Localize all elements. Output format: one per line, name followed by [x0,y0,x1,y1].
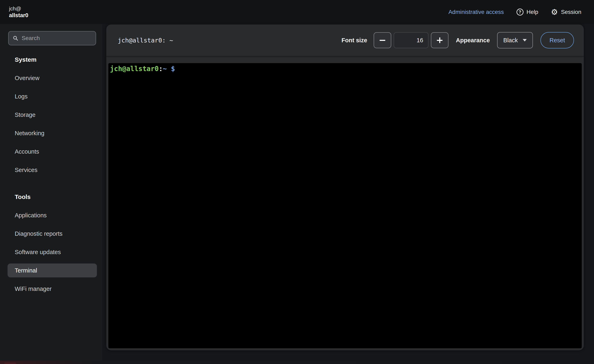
prompt-path: ~ [163,65,167,73]
help-icon: ? [517,9,523,15]
theme-dropdown-value: Black [503,37,518,44]
main-content: jch@allstar0: ~ Font size Appearance Bla… [102,24,594,364]
bottom-red-sliver [5,363,16,364]
minus-icon [380,40,385,41]
plus-icon [437,37,443,43]
masthead-toolbar: Administrative access ? Help ⚙ Session [448,9,594,15]
chevron-down-icon [523,39,527,41]
prompt-user-host: jch@allstar0 [110,65,159,73]
font-size-increase-button[interactable] [431,32,448,48]
sidebar-item-networking[interactable]: Networking [0,126,102,140]
terminal-title: jch@allstar0: ~ [118,37,173,44]
brand-hostname[interactable]: jch@ allstar0 [0,5,28,19]
font-size-decrease-button[interactable] [374,32,391,48]
search-icon [13,35,18,41]
font-size-input[interactable] [394,32,428,48]
sidebar-item-diagnostic-reports[interactable]: Diagnostic reports [0,227,102,241]
sidebar-item-accounts[interactable]: Accounts [0,145,102,159]
appearance-label: Appearance [456,37,490,44]
prompt-dollar: $ [171,65,175,73]
theme-dropdown[interactable]: Black [497,32,533,48]
terminal-toolbar: jch@allstar0: ~ Font size Appearance Bla… [106,25,584,56]
sidebar-nav: System Overview Logs Storage Networking … [0,53,102,296]
font-size-label: Font size [342,37,367,44]
help-label: Help [526,9,538,15]
sidebar: System Overview Logs Storage Networking … [0,24,102,364]
masthead: jch@ allstar0 Administrative access ? He… [0,0,594,24]
bottom-edge-shade [0,361,594,364]
prompt-colon: : [159,65,163,73]
administrative-access-link[interactable]: Administrative access [448,9,504,15]
sidebar-item-overview[interactable]: Overview [0,71,102,85]
nav-heading-tools: Tools [0,190,102,204]
sidebar-item-storage[interactable]: Storage [0,108,102,122]
session-label: Session [561,9,581,15]
terminal-controls: Font size Appearance Black Reset [342,32,574,48]
terminal-prompt: jch@allstar0:~$ [108,63,582,74]
sidebar-item-terminal[interactable]: Terminal [7,264,97,277]
help-menu[interactable]: ? Help [517,9,538,15]
nav-heading-system: System [0,53,102,66]
sidebar-item-software-updates[interactable]: Software updates [0,245,102,259]
terminal-console[interactable]: jch@allstar0:~$ [108,63,582,348]
reset-button[interactable]: Reset [540,32,574,48]
search-input[interactable] [22,35,95,41]
sidebar-item-applications[interactable]: Applications [0,208,102,222]
search-box[interactable] [8,31,96,45]
sidebar-item-logs[interactable]: Logs [0,89,102,103]
sidebar-item-services[interactable]: Services [0,163,102,177]
gear-icon: ⚙ [551,9,558,15]
session-menu[interactable]: ⚙ Session [551,9,581,15]
terminal-card: jch@allstar0: ~ Font size Appearance Bla… [106,25,584,350]
sidebar-item-wifi-manager[interactable]: WiFi manager [0,282,102,296]
nav-section-tools: Applications Diagnostic reports Software… [0,208,102,296]
brand-host: allstar0 [9,12,28,19]
nav-section-system: Overview Logs Storage Networking Account… [0,71,102,177]
brand-user: jch@ [9,5,28,12]
